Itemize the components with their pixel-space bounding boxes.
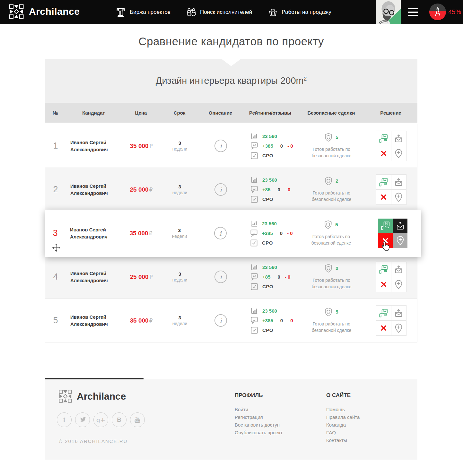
drag-move-icon[interactable]: [52, 244, 60, 252]
reject-candidate-button[interactable]: [376, 321, 391, 335]
envelope-up-icon: [395, 134, 403, 143]
send-message-button[interactable]: [391, 262, 406, 277]
col-ratings: Рейтинги/отзывы: [242, 110, 298, 116]
page-title: Сравнение кандидатов по проекту: [45, 24, 417, 59]
accept-candidate-button[interactable]: [378, 219, 393, 233]
col-safe-deals: Безопасные сделки: [298, 110, 364, 116]
reject-candidate-button[interactable]: [378, 233, 393, 248]
row-number: 4: [45, 272, 66, 282]
send-message-button[interactable]: [391, 131, 406, 146]
youtube-icon[interactable]: You Tube: [130, 412, 145, 427]
cert-label: СРО: [262, 327, 273, 333]
project-name-sup: 2: [304, 76, 307, 82]
rating-value: 23 560: [262, 308, 277, 314]
add-location-button[interactable]: [391, 146, 406, 161]
footer-brand[interactable]: Archilance: [59, 390, 126, 403]
google-plus-icon[interactable]: g+: [93, 412, 108, 427]
price-value: 35 000: [130, 143, 149, 149]
candidate-name-link[interactable]: Иванов Сергей Александрович: [70, 271, 108, 283]
info-icon[interactable]: i: [214, 314, 227, 327]
social-links: f g+ B You Tube: [57, 412, 145, 427]
row-number: 1: [45, 141, 66, 151]
footer-link-site-rules[interactable]: Правила сайта: [326, 413, 360, 421]
info-icon[interactable]: i: [214, 271, 227, 283]
main-nav: Биржа проектов Поиск исполнителей: [116, 0, 331, 24]
project-band: Дизайн интерьера квартиры 200m2: [45, 59, 417, 103]
candidate-row-1: 1 Иванов Сергей Александрович 35 000₽ 3н…: [45, 124, 417, 168]
footer-link-contacts[interactable]: Контакты: [326, 437, 360, 444]
google-plus-glyph: g+: [96, 416, 105, 423]
profile-progress-value: 45%: [448, 8, 461, 16]
reviews-neutral: 0: [277, 274, 280, 280]
reviews-neutral: 0: [280, 318, 283, 323]
info-icon[interactable]: i: [214, 227, 227, 239]
bar-chart-icon: [251, 264, 258, 271]
footer: Archilance f g+ B You Tube © 2016 ARCHIL…: [45, 379, 417, 460]
price-value: 35 000: [130, 317, 149, 324]
top-header: Archilance Биржа проектов: [0, 0, 463, 24]
footer-link-login[interactable]: Войти: [235, 406, 283, 413]
menu-icon[interactable]: [408, 8, 418, 16]
reject-candidate-button[interactable]: [376, 277, 391, 292]
profile-progress-badge[interactable]: [429, 4, 446, 20]
facebook-icon[interactable]: f: [57, 412, 72, 427]
candidate-name-link[interactable]: Иванов Сергей Александрович: [70, 314, 108, 327]
footer-link-team[interactable]: Команда: [326, 421, 360, 429]
footer-link-register[interactable]: Регистрация: [235, 413, 283, 421]
candidate-name-link[interactable]: Иванов Сергей Александрович: [70, 227, 108, 239]
reviews-negative: - 0: [287, 318, 293, 323]
nav-find-executors[interactable]: Поиск исполнителей: [187, 7, 252, 17]
add-location-button[interactable]: [391, 277, 406, 292]
reject-candidate-button[interactable]: [376, 190, 391, 204]
user-avatar[interactable]: [376, 0, 401, 24]
nav-projects-exchange[interactable]: Биржа проектов: [116, 7, 170, 17]
currency-ruble: ₽: [149, 187, 153, 193]
footer-link-faq[interactable]: FAQ: [326, 429, 360, 437]
candidate-name-link[interactable]: Иванов Сергей Александрович: [70, 183, 108, 196]
checkbox-icon: [251, 196, 258, 203]
accept-candidate-button[interactable]: [376, 175, 391, 189]
reviews-negative: - 0: [287, 143, 293, 149]
nav-works-for-sale[interactable]: Работы на продажу: [268, 8, 331, 17]
brand-logo[interactable]: Archilance: [9, 4, 80, 19]
candidate-name-link[interactable]: Иванов Сергей Александрович: [70, 140, 108, 152]
footer-link-restore-access[interactable]: Востановить доступ: [235, 421, 283, 429]
send-message-button[interactable]: [391, 306, 406, 320]
reviews-neutral: 0: [277, 187, 280, 192]
info-icon[interactable]: i: [214, 183, 227, 196]
add-location-button[interactable]: [391, 321, 406, 335]
info-icon[interactable]: i: [214, 140, 227, 152]
accept-candidate-button[interactable]: [376, 262, 391, 277]
accept-candidate-button[interactable]: [376, 306, 391, 320]
safe-deals-count: 5: [335, 222, 338, 227]
add-location-button[interactable]: [393, 233, 407, 248]
content-column: Сравнение кандидатов по проекту Дизайн и…: [45, 24, 417, 460]
compass-icon: [434, 7, 441, 17]
term-value: 3: [160, 228, 199, 233]
reviews-bubble-icon: [251, 142, 258, 150]
send-message-button[interactable]: [391, 175, 406, 189]
accept-candidate-button[interactable]: [376, 131, 391, 146]
pin-plus-icon: [395, 280, 402, 289]
add-location-button[interactable]: [391, 190, 406, 204]
reviews-bubble-icon: [250, 229, 258, 237]
reject-candidate-button[interactable]: [376, 146, 391, 161]
checkbox-icon: [251, 152, 258, 159]
behance-icon[interactable]: B: [112, 412, 127, 427]
checkbox-icon: [250, 239, 258, 247]
term-value: 3: [161, 184, 199, 189]
footer-brand-name: Archilance: [77, 391, 126, 402]
safe-deals-count: 2: [336, 265, 338, 271]
send-message-button[interactable]: [393, 219, 407, 233]
footer-column-title: ПРОФИЛЬ: [235, 392, 283, 399]
decision-buttons: [376, 262, 406, 292]
shield-icon: [325, 264, 332, 273]
shield-icon: [325, 133, 332, 142]
footer-link-help[interactable]: Помощь: [326, 406, 360, 413]
twitter-icon[interactable]: [75, 412, 90, 427]
footer-link-publish-project[interactable]: Опубликовать проект: [235, 429, 283, 437]
nav-label: Поиск исполнителей: [200, 9, 252, 15]
footer-column-title: О САЙТЕ: [326, 392, 360, 399]
x-icon: [382, 238, 388, 244]
reviews-bubble-icon: [251, 186, 258, 193]
